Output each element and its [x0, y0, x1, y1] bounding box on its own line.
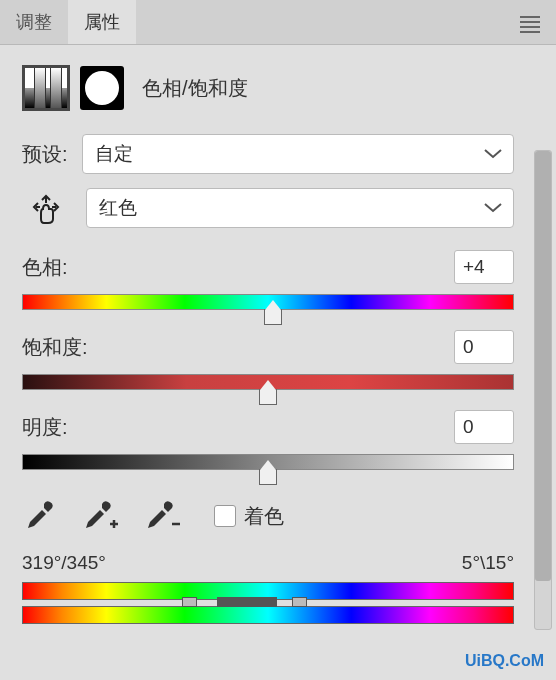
mask-icon[interactable]	[80, 66, 124, 110]
panel-title: 色相/饱和度	[142, 75, 248, 102]
lightness-slider-thumb[interactable]	[259, 469, 277, 485]
lightness-value-input[interactable]: 0	[454, 410, 514, 444]
properties-panel: 调整 属性 色相/饱和度 预设: 自定	[0, 0, 556, 680]
hue-value-input[interactable]: +4	[454, 250, 514, 284]
color-range-strip[interactable]	[22, 582, 514, 624]
colorize-label: 着色	[244, 503, 284, 530]
watermark: UiBQ.CoM	[465, 652, 544, 670]
hue-slider[interactable]	[22, 294, 514, 310]
lightness-label: 明度:	[22, 414, 102, 441]
eyedropper-subtract[interactable]	[142, 498, 182, 534]
range-right-value: 5°\15°	[462, 552, 514, 574]
panel-content: 预设: 自定 红色	[0, 126, 556, 638]
color-range-readout: 319°/345° 5°\15°	[22, 552, 514, 574]
saturation-slider-thumb[interactable]	[259, 389, 277, 405]
saturation-value-input[interactable]: 0	[454, 330, 514, 364]
preset-value: 自定	[95, 141, 133, 167]
preset-row: 预设: 自定	[22, 134, 514, 174]
saturation-label: 饱和度:	[22, 334, 102, 361]
tab-properties[interactable]: 属性	[68, 0, 136, 44]
adjustment-type-icon	[22, 65, 70, 111]
preset-select[interactable]: 自定	[82, 134, 514, 174]
chevron-down-icon	[484, 199, 502, 217]
spectrum-bottom	[22, 606, 514, 624]
channel-select[interactable]: 红色	[86, 188, 514, 228]
chevron-down-icon	[484, 145, 502, 163]
lightness-slider[interactable]	[22, 454, 514, 470]
panel-header: 色相/饱和度	[0, 45, 556, 126]
tabs-bar: 调整 属性	[0, 0, 556, 45]
range-falloff-right-handle[interactable]	[292, 597, 307, 607]
range-center-handle[interactable]	[217, 597, 277, 607]
channel-value: 红色	[99, 195, 137, 221]
scrollbar-thumb[interactable]	[535, 151, 551, 581]
vertical-scrollbar[interactable]	[534, 150, 552, 630]
channel-row: 红色	[22, 188, 514, 228]
range-left-value: 319°/345°	[22, 552, 106, 574]
eyedropper-sample[interactable]	[22, 498, 58, 534]
panel-menu-button[interactable]	[504, 0, 556, 44]
hue-slider-thumb[interactable]	[264, 309, 282, 325]
colorize-checkbox[interactable]	[214, 505, 236, 527]
range-falloff-left-handle[interactable]	[182, 597, 197, 607]
preset-label: 预设:	[22, 141, 82, 168]
targeted-adjustment-tool[interactable]	[22, 191, 70, 225]
eyedropper-add[interactable]	[80, 498, 120, 534]
hue-label: 色相:	[22, 254, 102, 281]
menu-icon	[520, 21, 540, 23]
tab-adjust[interactable]: 调整	[0, 0, 68, 44]
eyedropper-row: 着色	[22, 498, 514, 534]
saturation-slider[interactable]	[22, 374, 514, 390]
